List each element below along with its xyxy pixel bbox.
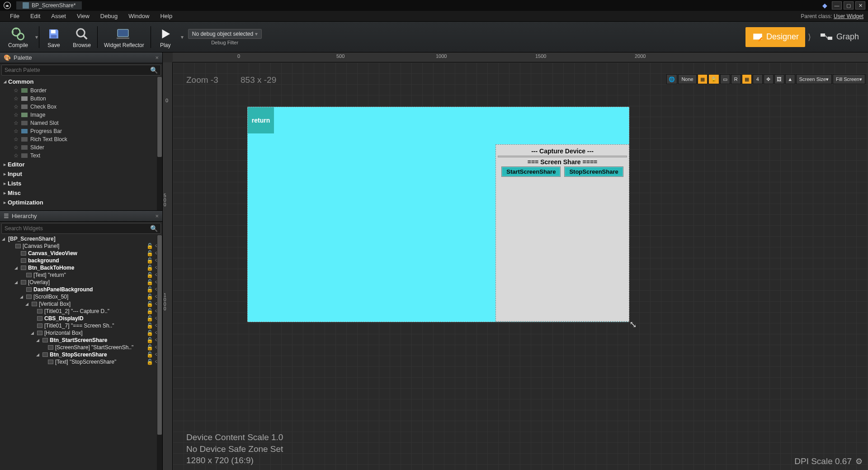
palette-item-button[interactable]: ☆Button [0, 95, 162, 103]
menu-help[interactable]: Help [155, 13, 178, 19]
localize-select[interactable]: None [678, 74, 696, 84]
palette-header[interactable]: 🎨 Palette × [0, 52, 162, 63]
parent-class-link[interactable]: User Widget [834, 13, 863, 19]
hierarchy-row[interactable]: ◢[ScrollBox_50]🔓👁 [0, 293, 162, 300]
gear-icon[interactable]: ⚙ [855, 456, 863, 466]
hierarchy-row[interactable]: Canvas_VideoView🔓👁 [0, 250, 162, 257]
respect-locks-button[interactable]: R [731, 74, 741, 84]
palette-item-slider[interactable]: ☆Slider [0, 143, 162, 152]
graph-mode-button[interactable]: Graph [814, 27, 865, 47]
dash-panel[interactable]: --- Capture Device --- === Screen Share … [495, 144, 629, 322]
canvas-panel-widget[interactable]: return --- Capture Device --- === Screen… [247, 107, 629, 322]
stop-screen-share-button[interactable]: StopScreenShare [564, 166, 623, 177]
hierarchy-header[interactable]: ☰ Hierarchy × [0, 211, 162, 222]
hierarchy-row[interactable]: [Text] "StopScreenShare"🔓👁 [0, 358, 162, 366]
outline-icon[interactable]: ▭ [720, 74, 730, 84]
menu-asset[interactable]: Asset [46, 13, 71, 19]
palette-search[interactable]: 🔍 [1, 65, 161, 76]
hierarchy-row[interactable]: [ScreenShare] "StartScreenSh.."🔓👁 [0, 344, 162, 351]
palette-item-richtext[interactable]: ☆Rich Text Block [0, 135, 162, 143]
menu-window[interactable]: Window [123, 13, 155, 19]
category-optimization[interactable]: Optimization [0, 198, 162, 207]
hierarchy-scrollbar[interactable] [157, 235, 162, 470]
play-button[interactable]: Play [152, 22, 179, 52]
hierarchy-row[interactable]: [Canvas Panel]🔓👁 [0, 242, 162, 250]
browse-button[interactable]: Browse [67, 22, 96, 52]
menu-debug[interactable]: Debug [95, 13, 123, 19]
palette-item-image[interactable]: ☆Image [0, 111, 162, 119]
lock-icon[interactable]: 🔒 [708, 74, 719, 84]
maximize-button[interactable]: ▢ [844, 1, 854, 9]
hierarchy-row[interactable]: background🔓👁 [0, 257, 162, 264]
menu-edit[interactable]: Edit [25, 13, 46, 19]
palette-item-checkbox[interactable]: ☆Check Box [0, 103, 162, 111]
lock-icon[interactable]: 🔓 [146, 294, 153, 300]
hierarchy-row[interactable]: ◢Btn_BackToHome🔓👁 [0, 264, 162, 271]
arrows-icon[interactable]: ✥ [764, 74, 774, 84]
lock-icon[interactable]: 🔓 [146, 243, 153, 249]
capture-device-combobox[interactable] [498, 156, 627, 157]
lock-icon[interactable]: 🔓 [146, 351, 153, 358]
lock-icon[interactable]: 🔓 [146, 279, 153, 285]
palette-item-border[interactable]: ☆Border [0, 86, 162, 95]
hierarchy-search-input[interactable] [5, 225, 150, 232]
minimize-button[interactable]: — [832, 1, 842, 9]
menu-file[interactable]: File [5, 13, 25, 19]
compile-button[interactable]: Compile [3, 22, 33, 52]
layout-dashed-icon[interactable]: ▦ [698, 74, 708, 84]
lock-icon[interactable]: 🔓 [146, 250, 153, 256]
compile-dropdown[interactable]: ▾ [35, 34, 38, 40]
category-lists[interactable]: Lists [0, 179, 162, 188]
grid-snap-value[interactable]: 4 [753, 74, 763, 84]
loc-preview-icon[interactable]: ▲ [785, 74, 795, 84]
save-button[interactable]: Save [40, 22, 67, 52]
lock-icon[interactable]: 🔓 [146, 315, 153, 322]
close-button[interactable]: ✕ [855, 1, 865, 9]
lock-icon[interactable]: 🔓 [146, 337, 153, 343]
hierarchy-row[interactable]: ◢[Vertical Box]🔓👁 [0, 300, 162, 308]
resize-handle-icon[interactable]: ⤡ [629, 319, 637, 330]
start-screen-share-button[interactable]: StartScreenShare [501, 166, 561, 177]
category-input[interactable]: Input [0, 169, 162, 179]
lock-icon[interactable]: 🔓 [146, 257, 153, 264]
screen-size-select[interactable]: Screen Size▾ [796, 74, 832, 84]
palette-item-namedslot[interactable]: ☆Named Slot [0, 119, 162, 127]
lock-icon[interactable]: 🔓 [146, 308, 153, 314]
palette-search-input[interactable] [5, 67, 150, 73]
hierarchy-row[interactable]: [Text] "return"🔓👁 [0, 271, 162, 279]
lock-icon[interactable]: 🔓 [146, 265, 153, 271]
hierarchy-row[interactable]: ◢Btn_StartScreenShare🔓👁 [0, 337, 162, 344]
hierarchy-search[interactable]: 🔍 [1, 223, 161, 234]
grid-icon[interactable]: ▦ [742, 74, 752, 84]
marketplace-icon[interactable]: ◆ [822, 2, 827, 9]
palette-item-text[interactable]: ☆Text [0, 152, 162, 160]
palette-item-progressbar[interactable]: ☆Progress Bar [0, 127, 162, 135]
localize-icon[interactable]: 🌐 [666, 74, 677, 84]
play-dropdown[interactable]: ▾ [181, 34, 184, 40]
lock-icon[interactable]: 🔓 [146, 344, 153, 351]
hierarchy-row[interactable]: DashPanelBackground🔓👁 [0, 286, 162, 293]
designer-viewport[interactable]: 0 500 1000 1500 2000 0 500 1000 Zoom -3 … [163, 52, 868, 470]
palette-scrollbar[interactable] [157, 77, 162, 210]
widget-reflector-button[interactable]: Widget Reflector [99, 22, 150, 52]
designer-mode-button[interactable]: Designer [745, 27, 805, 47]
lock-icon[interactable]: 🔓 [146, 272, 153, 278]
lock-icon[interactable]: 🔓 [146, 330, 153, 336]
hierarchy-row[interactable]: ◢Btn_StopScreenShare🔓👁 [0, 351, 162, 358]
category-editor[interactable]: Editor [0, 160, 162, 169]
return-button[interactable]: return [248, 107, 274, 133]
hierarchy-row[interactable]: ◢[Horizontal Box]🔓👁 [0, 329, 162, 337]
document-tab[interactable]: BP_ScreenShare* [16, 1, 82, 9]
hierarchy-row[interactable]: [Title01_2] "--- Capture D.."🔓👁 [0, 308, 162, 315]
lock-icon[interactable]: 🔓 [146, 301, 153, 307]
lock-icon[interactable]: 🔓 [146, 359, 153, 365]
fill-screen-select[interactable]: Fill Screen▾ [833, 74, 865, 84]
lock-icon[interactable]: 🔓 [146, 286, 153, 293]
menu-view[interactable]: View [71, 13, 95, 19]
category-common[interactable]: Common [0, 77, 162, 86]
category-misc[interactable]: Misc [0, 188, 162, 198]
hierarchy-row[interactable]: ◢[Overlay]🔓👁 [0, 279, 162, 286]
lock-icon[interactable]: 🔓 [146, 323, 153, 329]
hierarchy-row[interactable]: CBS_DisplayID🔓👁 [0, 315, 162, 322]
hierarchy-row[interactable]: [Title01_7] "=== Screen Sh.."🔓👁 [0, 322, 162, 329]
